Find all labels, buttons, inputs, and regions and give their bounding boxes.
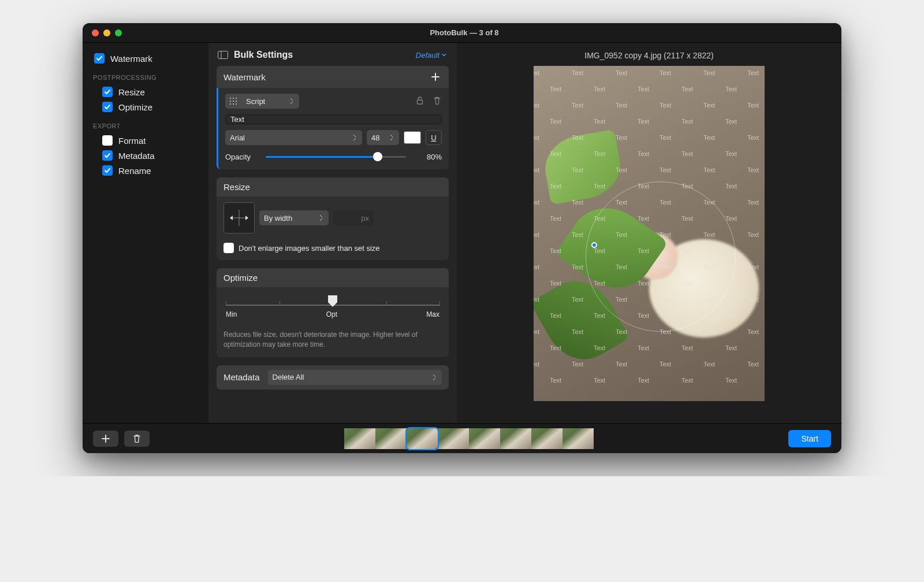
svg-point-7 bbox=[236, 101, 237, 102]
sidebar-item-optimize[interactable]: Optimize bbox=[91, 99, 203, 114]
panel-layout-icon bbox=[218, 51, 228, 59]
thumbnail[interactable] bbox=[438, 428, 469, 449]
checkbox-icon[interactable] bbox=[102, 102, 113, 112]
checkbox-icon[interactable] bbox=[102, 87, 113, 97]
preset-label: Default bbox=[416, 51, 439, 60]
settings-panel: Bulk Settings Default Watermark bbox=[208, 43, 457, 423]
thumbnail[interactable] bbox=[469, 428, 500, 449]
dont-enlarge-checkbox[interactable] bbox=[223, 243, 234, 253]
minimize-window-button[interactable] bbox=[103, 29, 110, 36]
add-watermark-button[interactable] bbox=[429, 71, 442, 83]
preview-image[interactable]: TextTextTextTextTextTextTextTextTextText… bbox=[534, 66, 765, 401]
optimize-card: Optimize bbox=[217, 268, 449, 357]
sidebar-heading-export: EXPORT bbox=[93, 123, 203, 129]
underline-button[interactable]: U bbox=[426, 130, 442, 145]
thumbnail[interactable] bbox=[407, 428, 438, 449]
metadata-card: Metadata Delete All bbox=[217, 365, 449, 390]
svg-point-8 bbox=[230, 103, 231, 105]
svg-point-3 bbox=[233, 98, 234, 99]
svg-rect-11 bbox=[418, 100, 423, 104]
card-title: Optimize bbox=[223, 273, 258, 283]
plus-icon bbox=[102, 435, 110, 443]
remove-images-button[interactable] bbox=[124, 431, 150, 447]
footer: Start bbox=[83, 423, 841, 453]
checkbox-icon[interactable] bbox=[102, 135, 113, 146]
preview-filename: IMG_0952 copy 4.jpg (2117 x 2822) bbox=[584, 49, 713, 66]
card-title: Metadata bbox=[223, 372, 260, 382]
settings-title: Bulk Settings bbox=[234, 50, 293, 60]
add-images-button[interactable] bbox=[93, 431, 118, 447]
zoom-window-button[interactable] bbox=[115, 29, 122, 36]
trash-icon[interactable] bbox=[433, 96, 442, 107]
watermark-card: Watermark Script bbox=[217, 66, 449, 169]
thumbnail-strip bbox=[155, 428, 783, 449]
plus-icon bbox=[431, 72, 440, 81]
checkbox-icon[interactable] bbox=[102, 165, 113, 176]
watermark-text-input[interactable] bbox=[225, 114, 442, 124]
svg-point-10 bbox=[236, 103, 237, 105]
preset-dropdown[interactable]: Default bbox=[416, 51, 448, 60]
svg-point-2 bbox=[230, 98, 231, 99]
opacity-value: 80% bbox=[414, 153, 442, 161]
preview-panel: IMG_0952 copy 4.jpg (2117 x 2822) TextTe… bbox=[457, 43, 841, 423]
sidebar-label: Rename bbox=[118, 166, 151, 176]
optimize-max-label: Max bbox=[426, 310, 439, 318]
svg-point-5 bbox=[230, 101, 231, 102]
svg-point-9 bbox=[233, 103, 234, 105]
optimize-opt-label: Opt bbox=[326, 310, 337, 318]
optimize-min-label: Min bbox=[226, 310, 237, 318]
chevron-down-icon bbox=[441, 51, 448, 58]
titlebar: PhotoBulk — 3 of 8 bbox=[83, 23, 841, 43]
card-title: Resize bbox=[223, 182, 250, 192]
card-title: Watermark bbox=[223, 72, 266, 82]
color-swatch[interactable] bbox=[404, 131, 421, 144]
resize-mode-select[interactable]: By width bbox=[259, 210, 329, 225]
svg-point-4 bbox=[236, 98, 237, 99]
thumbnail[interactable] bbox=[344, 428, 375, 449]
sidebar-item-rename[interactable]: Rename bbox=[91, 163, 203, 178]
sidebar-item-watermark[interactable]: Watermark bbox=[91, 51, 203, 66]
watermark-type-select[interactable]: Script bbox=[241, 94, 299, 109]
unlock-icon[interactable] bbox=[415, 96, 424, 107]
dont-enlarge-label: Don't enlarge images smaller than set si… bbox=[239, 244, 380, 253]
opacity-label: Opacity bbox=[225, 153, 258, 161]
optimize-slider[interactable] bbox=[226, 296, 439, 308]
thumbnail[interactable] bbox=[375, 428, 407, 449]
watermark-overlay: TextTextTextTextTextTextTextTextTextText… bbox=[534, 66, 765, 401]
sidebar-item-format[interactable]: Format bbox=[91, 133, 203, 148]
sidebar-label: Metadata bbox=[118, 151, 155, 161]
font-select[interactable]: Arial bbox=[225, 130, 362, 145]
resize-card: Resize By width bbox=[217, 177, 449, 260]
pattern-icon bbox=[225, 94, 241, 109]
svg-rect-0 bbox=[218, 51, 228, 59]
trash-icon bbox=[133, 434, 141, 443]
resize-direction-icon[interactable] bbox=[223, 202, 255, 233]
sidebar-heading-postprocessing: POSTPROCESSING bbox=[93, 74, 203, 81]
sidebar-item-resize[interactable]: Resize bbox=[91, 84, 203, 99]
app-window: PhotoBulk — 3 of 8 Watermark POSTPROCESS… bbox=[83, 23, 841, 453]
thumbnail[interactable] bbox=[562, 428, 594, 449]
font-size-select[interactable]: 48 bbox=[367, 130, 399, 145]
sidebar-label: Optimize bbox=[118, 102, 152, 112]
optimize-description: Reduces file size, doesn't deteriorate t… bbox=[223, 330, 442, 350]
sidebar: Watermark POSTPROCESSING Resize Optimize… bbox=[83, 43, 208, 423]
sidebar-label: Format bbox=[118, 136, 146, 146]
sidebar-label: Resize bbox=[118, 87, 145, 97]
sidebar-label: Watermark bbox=[110, 54, 152, 64]
metadata-action-select[interactable]: Delete All bbox=[268, 370, 442, 385]
close-window-button[interactable] bbox=[92, 29, 99, 36]
svg-point-6 bbox=[233, 101, 234, 102]
thumbnail[interactable] bbox=[531, 428, 562, 449]
start-button[interactable]: Start bbox=[788, 430, 831, 447]
checkbox-icon[interactable] bbox=[94, 53, 105, 64]
resize-value-input[interactable] bbox=[333, 210, 374, 225]
sidebar-item-metadata[interactable]: Metadata bbox=[91, 148, 203, 163]
traffic-lights bbox=[83, 29, 122, 36]
window-title: PhotoBulk — 3 of 8 bbox=[122, 28, 841, 37]
opacity-slider[interactable] bbox=[266, 151, 406, 162]
checkbox-icon[interactable] bbox=[102, 150, 113, 161]
thumbnail[interactable] bbox=[500, 428, 531, 449]
